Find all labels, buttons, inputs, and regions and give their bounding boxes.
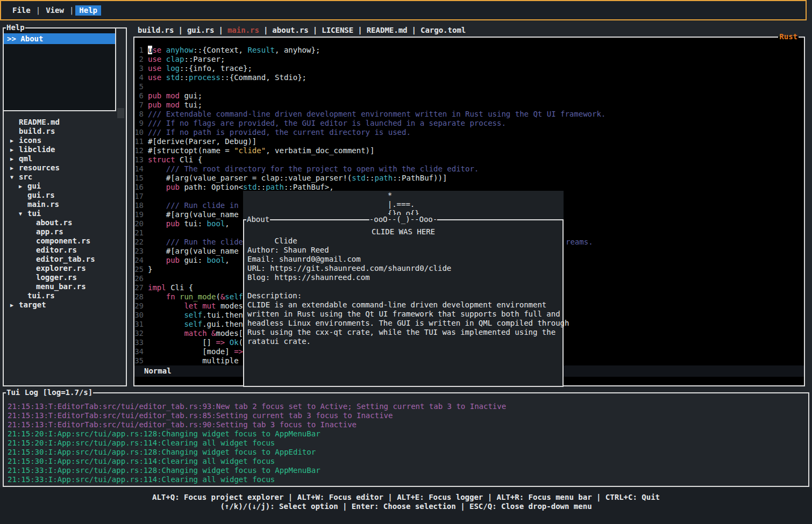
tree-item-gui-rs[interactable]: gui.rs — [4, 191, 124, 200]
log-entry: 21:15:13:T:EditorTab:src/tui/editor_tab.… — [8, 420, 806, 429]
tree-item-gui[interactable]: ▶gui — [4, 182, 124, 191]
tab-separator: | — [178, 26, 182, 35]
code-line[interactable]: 15 #[arg(value_parser = clap::value_pars… — [134, 174, 804, 183]
tree-item-component-rs[interactable]: component.rs — [4, 236, 124, 246]
tree-item-label: libclide — [19, 145, 55, 154]
about-popup-text-line: Author: Shaun Reed — [244, 246, 562, 255]
about-popup-text-line: CLIDE is an extendable command-line driv… — [244, 300, 562, 310]
tree-item-target[interactable]: ▶target — [4, 300, 124, 310]
code-line[interactable]: 1use anyhow::{Context, Result, anyhow}; — [134, 46, 804, 55]
menu-bar: File|View|Help — [0, 0, 807, 20]
about-popup-title: About — [246, 215, 270, 224]
line-number: 29 — [134, 302, 144, 311]
menu-item-view[interactable]: View — [42, 5, 68, 16]
menu-item-file[interactable]: File — [9, 5, 34, 16]
tree-item-label: editor.rs — [36, 246, 77, 255]
tree-item-editor-rs[interactable]: editor.rs — [4, 246, 124, 255]
about-popup: * |.===. {}o o{} About -ooO--(_)--Ooo- C… — [243, 191, 564, 387]
chevron-down-icon: ▼ — [19, 209, 27, 218]
editor-tab-bar: build.rs|gui.rs|main.rs|about.rs|LICENSE… — [138, 26, 466, 35]
editor-tab-about-rs[interactable]: about.rs — [272, 26, 308, 35]
language-badge: Rust — [778, 32, 799, 41]
code-line[interactable]: 3use log::{info, trace}; — [134, 64, 804, 73]
code-line[interactable]: 12#[structopt(name = "clide", verbatim_d… — [134, 146, 804, 155]
about-popup-text-line: headless Linux environments. The GUI is … — [244, 319, 562, 328]
code-line[interactable]: 13struct Cli { — [134, 155, 804, 164]
line-number: 31 — [134, 320, 144, 329]
log-entry: 21:15:20:I:App:src/tui/app.rs:128:Changi… — [8, 429, 806, 439]
tree-item-label: menu_bar.rs — [36, 282, 86, 291]
line-number: 5 — [134, 82, 144, 91]
about-popup-text-line: Blog: https://shaunreed.com — [244, 273, 562, 282]
tree-item-about-rs[interactable]: about.rs — [4, 218, 124, 227]
line-number: 9 — [134, 119, 144, 128]
line-number: 19 — [134, 210, 144, 219]
line-number: 1 — [134, 46, 144, 55]
line-number: 13 — [134, 155, 144, 164]
tree-item-label: logger.rs — [36, 273, 77, 282]
line-number: 4 — [134, 73, 144, 82]
tree-item-build-rs[interactable]: build.rs — [4, 127, 124, 136]
tree-item-explorer-rs[interactable]: explorer.rs — [4, 264, 124, 273]
line-number: 10 — [134, 128, 144, 137]
tree-item-tui[interactable]: ▼tui — [4, 209, 124, 218]
tree-item-label: README.md — [19, 118, 60, 127]
line-number: 12 — [134, 146, 144, 155]
tree-item-qml[interactable]: ▶qml — [4, 154, 124, 163]
line-number: 16 — [134, 183, 144, 192]
editor-tab-readme-md[interactable]: README.md — [367, 26, 408, 35]
help-menu-item-about[interactable]: >> About — [4, 33, 115, 44]
editor-tab-gui-rs[interactable]: gui.rs — [187, 26, 215, 35]
help-dropdown-title: Help — [6, 23, 25, 32]
editor-tab-build-rs[interactable]: build.rs — [138, 26, 174, 35]
tree-item-app-rs[interactable]: app.rs — [4, 227, 124, 236]
tree-item-tui-rs[interactable]: tui.rs — [4, 291, 124, 300]
explorer-scrollbar-thumb[interactable] — [117, 108, 124, 118]
menu-item-help[interactable]: Help — [75, 5, 101, 16]
code-line[interactable]: 2use clap::Parser; — [134, 55, 804, 64]
code-line-22-tail: reams. — [566, 238, 593, 247]
code-line[interactable]: 11#[derive(Parser, Debug)] — [134, 137, 804, 146]
editor-tab-main-rs[interactable]: main.rs — [227, 26, 259, 35]
tree-item-editor-tab-rs[interactable]: editor_tab.rs — [4, 255, 124, 264]
about-popup-text-line: ratatui crate. — [244, 337, 562, 346]
tree-item-readme-md[interactable]: README.md — [4, 118, 124, 127]
tree-item-label: main.rs — [27, 200, 59, 209]
code-line[interactable]: 10/// If no path is provided, the curren… — [134, 128, 804, 137]
code-line[interactable]: 7pub mod tui; — [134, 101, 804, 110]
tree-item-resources[interactable]: ▶resources — [4, 163, 124, 173]
line-number: 28 — [134, 292, 144, 302]
line-number: 18 — [134, 201, 144, 210]
code-line[interactable]: 14 /// The root directory for the projec… — [134, 164, 804, 174]
tree-item-label: src — [19, 173, 32, 182]
line-number: 22 — [134, 238, 144, 247]
menu-separator: | — [36, 6, 40, 15]
about-popup-text-line: written in Rust using the Qt UI framewor… — [244, 310, 562, 319]
code-line[interactable]: 8/// Extendable command-line driven deve… — [134, 110, 804, 119]
tree-item-icons[interactable]: ▶icons — [4, 136, 124, 145]
log-entry: 21:15:33:I:App:src/tui/app.rs:114:Cleari… — [8, 475, 806, 484]
line-number: 17 — [134, 192, 144, 201]
about-popup-text-line: Rust using the cxx-qt crate, while the T… — [244, 328, 562, 337]
code-line[interactable]: 6pub mod gui; — [134, 91, 804, 101]
line-number: 32 — [134, 329, 144, 338]
about-popup-text-line — [244, 282, 562, 291]
tab-separator: | — [412, 26, 416, 35]
line-number: 3 — [134, 64, 144, 73]
tree-item-logger-rs[interactable]: logger.rs — [4, 273, 124, 282]
about-header-row: Clide CLIDE WAS HERE — [244, 227, 562, 236]
tree-item-label: gui.rs — [27, 191, 55, 200]
tree-item-src[interactable]: ▼src — [4, 173, 124, 182]
log-entry: 21:15:13:T:EditorTab:src/tui/editor_tab.… — [8, 411, 806, 420]
editor-tab-license[interactable]: LICENSE — [322, 26, 353, 35]
editor-tab-cargo-toml[interactable]: Cargo.toml — [421, 26, 466, 35]
tree-item-menu-bar-rs[interactable]: menu_bar.rs — [4, 282, 124, 291]
code-line[interactable]: 4use std::process::{Command, Stdio}; — [134, 73, 804, 82]
code-line[interactable]: 9/// If no flags are provided, the GUI e… — [134, 119, 804, 128]
chevron-right-icon: ▶ — [19, 182, 27, 191]
tree-item-label: qml — [19, 154, 32, 163]
tree-item-main-rs[interactable]: main.rs — [4, 200, 124, 209]
tree-item-libclide[interactable]: ▶libclide — [4, 145, 124, 154]
code-line[interactable]: 5 — [134, 82, 804, 91]
tree-item-label: about.rs — [36, 218, 72, 227]
